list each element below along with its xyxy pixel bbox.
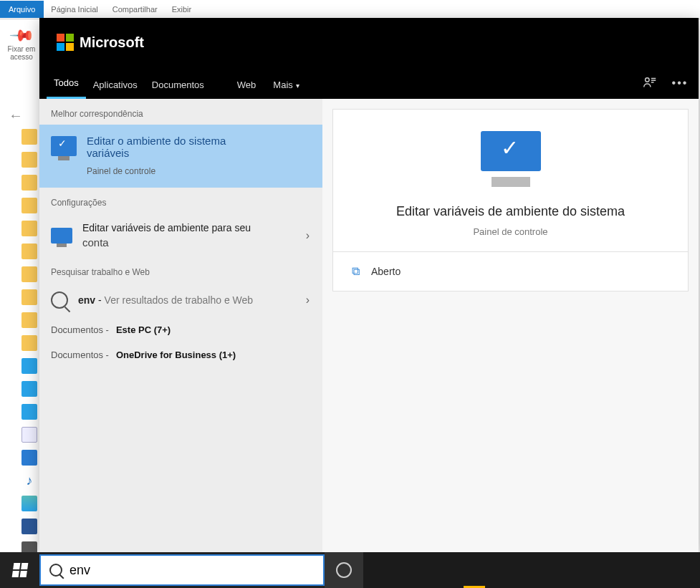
- objects-3d-icon[interactable]: [21, 381, 37, 397]
- search-icon: [49, 564, 62, 577]
- explorer-nav-icons: ♪: [21, 129, 39, 564]
- microsoft-logo-text: Microsoft: [80, 34, 144, 51]
- windows-search-flyout: Microsoft Todos Aplicativos Documentos W…: [39, 18, 699, 552]
- back-arrow-icon[interactable]: ←: [9, 107, 23, 124]
- web-search-query: env: [78, 294, 95, 306]
- folder-icon[interactable]: [21, 221, 37, 236]
- documents-icon[interactable]: [21, 427, 37, 443]
- tab-web[interactable]: Web: [230, 72, 264, 99]
- search-filter-tabs: Todos Aplicativos Documentos Web Mais▾: [47, 70, 310, 99]
- search-detail-panel: Editar variáveis de ambiente do sistema …: [322, 99, 699, 552]
- this-pc-icon[interactable]: [21, 358, 37, 374]
- best-match-subtitle: Painel de controle: [87, 166, 226, 176]
- detail-open-label: Aberto: [371, 266, 401, 277]
- folder-icon[interactable]: [21, 335, 37, 351]
- documents-onedrive-row[interactable]: Documentos -OneDrive for Business (1+): [39, 342, 322, 367]
- search-header: Microsoft Todos Aplicativos Documentos W…: [39, 18, 699, 99]
- search-work-web-label: Pesquisar trabalho e Web: [39, 257, 322, 283]
- folder-icon[interactable]: [21, 289, 37, 305]
- explorer-ribbon: Arquivo Página Inicial Compartilhar Exib…: [0, 0, 700, 19]
- desktop-icon[interactable]: [21, 404, 37, 420]
- microsoft-logo: Microsoft: [57, 34, 144, 51]
- chevron-right-icon[interactable]: ›: [306, 229, 310, 242]
- folder-icon[interactable]: [21, 244, 37, 259]
- search-results-list: Melhor correspondência Editar o ambiente…: [39, 99, 322, 552]
- detail-title: Editar variáveis de ambiente do sistema: [347, 204, 673, 219]
- feedback-icon[interactable]: [641, 74, 658, 92]
- taskbar-apps-area: [363, 552, 700, 588]
- cortana-button[interactable]: [325, 552, 363, 588]
- folder-icon[interactable]: [21, 198, 37, 213]
- tab-documents[interactable]: Documentos: [145, 72, 211, 99]
- control-panel-monitor-icon: [51, 136, 77, 156]
- music-icon[interactable]: ♪: [21, 473, 37, 488]
- search-icon: [51, 291, 68, 309]
- microsoft-logo-icon: [57, 34, 74, 51]
- web-search-hint: Ver resultados de trabalho e Web: [105, 294, 254, 306]
- windows-taskbar: [0, 552, 700, 588]
- downloads-icon[interactable]: [21, 450, 37, 466]
- chevron-down-icon: ▾: [296, 82, 299, 90]
- start-button[interactable]: [0, 552, 39, 588]
- pin-quick-access[interactable]: 📌 Fixar em acesso: [0, 19, 43, 77]
- tab-more[interactable]: Mais▾: [263, 72, 309, 99]
- folder-icon[interactable]: [21, 129, 37, 145]
- docs-value-2: OneDrive for Business (1+): [116, 350, 236, 360]
- settings-section-label: Configurações: [39, 188, 322, 213]
- more-options-icon[interactable]: •••: [671, 74, 689, 92]
- folder-icon[interactable]: [21, 266, 37, 282]
- svg-point-0: [646, 78, 650, 82]
- web-search-dash: -: [95, 294, 104, 306]
- ribbon-share-tab[interactable]: Compartilhar: [105, 1, 165, 18]
- settings-row-line1: Editar variáveis de ambiente para seu: [82, 222, 251, 233]
- best-match-title-line1: Editar o ambiente do sistema: [87, 135, 226, 147]
- header-right-actions: •••: [641, 74, 689, 92]
- best-match-title-line2: variáveis: [87, 147, 226, 159]
- settings-row-line2: conta: [82, 236, 251, 249]
- taskbar-search-box[interactable]: [39, 554, 325, 586]
- settings-result-row[interactable]: Editar variáveis de ambiente para seu co…: [39, 213, 322, 257]
- detail-monitor-icon: [481, 131, 541, 171]
- ribbon-view-tab[interactable]: Exibir: [165, 1, 199, 18]
- cortana-ring-icon: [336, 562, 352, 578]
- detail-card: Editar variáveis de ambiente do sistema …: [332, 109, 689, 252]
- pictures-icon[interactable]: [21, 496, 37, 511]
- detail-monitor-stand-icon: [492, 177, 530, 187]
- documents-thispc-row[interactable]: Documentos -Este PC (7+): [39, 317, 322, 342]
- detail-subtitle: Painel de controle: [347, 226, 673, 237]
- best-match-label: Melhor correspondência: [39, 99, 322, 125]
- web-search-row[interactable]: env - Ver resultados de trabalho e Web ›: [39, 283, 322, 317]
- ribbon-home-tab[interactable]: Página Inicial: [44, 1, 105, 18]
- ribbon-file-tab[interactable]: Arquivo: [0, 1, 44, 18]
- tab-all[interactable]: Todos: [47, 70, 86, 99]
- folder-icon[interactable]: [21, 152, 37, 168]
- tab-more-label: Mais: [273, 79, 292, 90]
- monitor-icon: [51, 228, 72, 244]
- videos-icon[interactable]: [21, 519, 37, 534]
- folder-icon[interactable]: [21, 175, 37, 191]
- docs-value-1: Este PC (7+): [116, 324, 171, 335]
- windows-logo-icon: [11, 563, 28, 577]
- detail-open-action[interactable]: ⧉ Aberto: [332, 252, 689, 291]
- docs-label-1: Documentos -: [51, 324, 109, 335]
- open-external-icon: ⧉: [352, 265, 360, 278]
- tab-apps[interactable]: Aplicativos: [86, 72, 145, 99]
- best-match-result[interactable]: Editar o ambiente do sistema variáveis P…: [39, 125, 322, 188]
- docs-label-2: Documentos -: [51, 350, 109, 360]
- folder-icon[interactable]: [21, 312, 37, 328]
- taskbar-search-input[interactable]: [69, 563, 315, 578]
- chevron-right-icon[interactable]: ›: [306, 294, 310, 307]
- pin-label-2: acesso: [10, 53, 33, 61]
